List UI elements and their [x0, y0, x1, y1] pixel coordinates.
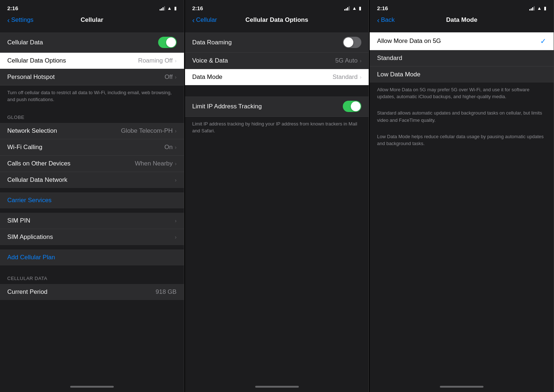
spacer-5 — [0, 265, 184, 270]
cellular-data-row[interactable]: Cellular Data — [0, 32, 184, 53]
cellular-data-options-chevron: › — [175, 58, 177, 64]
signal-bar-3-3 — [532, 7, 533, 11]
signal-bar-2-1 — [344, 9, 345, 11]
data-mode-label: Data Mode — [192, 73, 222, 81]
sim-applications-label: SIM Applications — [7, 233, 53, 241]
back-button-1[interactable]: ‹ Settings — [7, 16, 33, 24]
data-mode-chevron: › — [360, 74, 362, 80]
calls-other-devices-row[interactable]: Calls on Other Devices When Nearby › — [0, 156, 184, 172]
limit-ip-toggle[interactable] — [343, 101, 361, 112]
data-mode-value: Standard — [333, 73, 358, 81]
nav-bar-3: ‹ Back Data Mode — [370, 13, 554, 28]
add-cellular-plan-row[interactable]: Add Cellular Plan — [0, 249, 184, 265]
calls-other-devices-right: When Nearby › — [135, 160, 177, 167]
limit-ip-desc: Limit IP address tracking by hiding your… — [185, 117, 369, 140]
network-selection-row[interactable]: Network Selection Globe Telecom-PH › — [0, 123, 184, 139]
spacer-3 — [0, 208, 184, 213]
standard-row[interactable]: Standard — [370, 50, 554, 67]
signal-bars-1 — [160, 6, 165, 11]
toggle-knob-limit-ip — [351, 101, 361, 111]
calls-other-devices-chevron: › — [175, 161, 177, 167]
back-chevron-1: ‹ — [7, 16, 10, 24]
nav-bar-1: ‹ Settings Cellular — [0, 13, 184, 28]
signal-bar-2 — [161, 8, 162, 11]
wifi-icon-2: ▲ — [352, 5, 357, 11]
voice-data-value: 5G Auto — [335, 57, 357, 64]
personal-hotspot-label: Personal Hotspot — [7, 73, 165, 81]
wifi-calling-chevron: › — [175, 144, 177, 150]
back-button-2[interactable]: ‹ Cellular — [192, 16, 217, 24]
status-icons-2: ▲ ▮ — [344, 5, 361, 11]
allow-more-data-row[interactable]: Allow More Data on 5G ✓ — [370, 32, 554, 50]
settings-list-3: Allow More Data on 5G ✓ Standard Low Dat… — [370, 28, 554, 381]
cellular-data-section-label: CELLULAR DATA — [0, 270, 184, 284]
limit-ip-label: Limit IP Address Tracking — [192, 103, 262, 110]
network-selection-label: Network Selection — [7, 127, 57, 135]
signal-bar-2-4 — [349, 6, 350, 11]
cellular-data-options-value: Roaming Off — [138, 57, 173, 64]
settings-list-2: Data Roaming Voice & Data 5G Auto › Data… — [185, 28, 369, 381]
signal-bar-4 — [164, 6, 165, 11]
personal-hotspot-right: Off › — [165, 73, 177, 81]
back-label-1: Settings — [11, 16, 33, 24]
data-roaming-label: Data Roaming — [192, 39, 232, 46]
nav-title-2: Cellular Data Options — [245, 16, 308, 24]
data-roaming-row[interactable]: Data Roaming — [185, 32, 369, 53]
back-button-3[interactable]: ‹ Back — [377, 16, 394, 24]
sim-applications-row[interactable]: SIM Applications › — [0, 229, 184, 245]
network-selection-value: Globe Telecom-PH — [121, 127, 173, 135]
cellular-data-label-group: Cellular Data — [7, 39, 158, 46]
data-roaming-toggle[interactable] — [343, 37, 361, 48]
carrier-services-row[interactable]: Carrier Services — [0, 192, 184, 208]
home-indicator-3 — [370, 381, 554, 392]
data-mode-desc-3: Low Data Mode helps reduce cellular data… — [370, 129, 554, 153]
wifi-calling-row[interactable]: Wi-Fi Calling On › — [0, 139, 184, 156]
low-data-mode-row[interactable]: Low Data Mode — [370, 67, 554, 83]
spacer-4 — [0, 245, 184, 249]
personal-hotspot-row[interactable]: Personal Hotspot Off › — [0, 69, 184, 85]
limit-ip-row[interactable]: Limit IP Address Tracking — [185, 96, 369, 117]
cellular-data-network-row[interactable]: Cellular Data Network › — [0, 172, 184, 188]
wifi-icon-1: ▲ — [167, 5, 172, 11]
signal-bar-2-2 — [346, 8, 347, 11]
battery-icon-1: ▮ — [174, 5, 177, 11]
signal-bar-2-3 — [347, 7, 348, 11]
toggle-knob-data-roaming — [344, 37, 353, 47]
nav-bar-2: ‹ Cellular Cellular Data Options — [185, 13, 369, 28]
data-mode-desc-text-2: Standard allows automatic updates and ba… — [377, 110, 542, 123]
globe-section-label: GLOBE — [0, 109, 184, 123]
personal-hotspot-label-group: Personal Hotspot — [7, 73, 165, 81]
data-mode-right: Standard › — [333, 73, 362, 81]
current-period-row[interactable]: Current Period 918 GB — [0, 284, 184, 300]
sim-pin-chevron: › — [175, 218, 177, 224]
network-selection-right: Globe Telecom-PH › — [121, 127, 177, 135]
cellular-data-options-row[interactable]: Cellular Data Options Roaming Off › — [0, 53, 184, 69]
cellular-data-network-right: › — [175, 177, 177, 183]
nav-title-3: Data Mode — [446, 16, 477, 24]
panel-cellular-data-options: 2:16 ▲ ▮ ‹ Cellular Cellular Data Option… — [185, 0, 369, 392]
settings-list-1: Cellular Data Cellular Data Options Roam… — [0, 28, 184, 381]
data-mode-desc-text-1: Allow More Data on 5G may prefer 5G over… — [377, 87, 529, 99]
home-bar-1 — [70, 386, 114, 388]
voice-data-row[interactable]: Voice & Data 5G Auto › — [185, 53, 369, 69]
spacer-1 — [0, 28, 184, 32]
status-time-1: 2:16 — [7, 5, 18, 11]
cellular-data-options-label: Cellular Data Options — [7, 57, 138, 64]
cellular-data-toggle[interactable] — [158, 37, 177, 48]
home-bar-3 — [440, 386, 483, 388]
data-mode-row[interactable]: Data Mode Standard › — [185, 69, 369, 85]
spacer-p2-2 — [185, 85, 369, 96]
panel-cellular: 2:16 ▲ ▮ ‹ Settings Cellular Cellular Da… — [0, 0, 184, 392]
data-mode-desc-text-3: Low Data Mode helps reduce cellular data… — [377, 134, 543, 146]
cellular-data-label: Cellular Data — [7, 39, 158, 46]
status-bar-1: 2:16 ▲ ▮ — [0, 0, 184, 13]
cellular-data-options-right: Roaming Off › — [138, 57, 177, 64]
sim-pin-row[interactable]: SIM PIN › — [0, 213, 184, 229]
spacer-2 — [0, 188, 184, 192]
voice-data-label: Voice & Data — [192, 57, 228, 64]
calls-other-devices-value: When Nearby — [135, 160, 173, 167]
back-chevron-3: ‹ — [377, 16, 380, 24]
allow-more-data-label: Allow More Data on 5G — [377, 37, 441, 45]
add-cellular-plan-label: Add Cellular Plan — [7, 254, 55, 261]
battery-icon-3: ▮ — [544, 5, 546, 11]
